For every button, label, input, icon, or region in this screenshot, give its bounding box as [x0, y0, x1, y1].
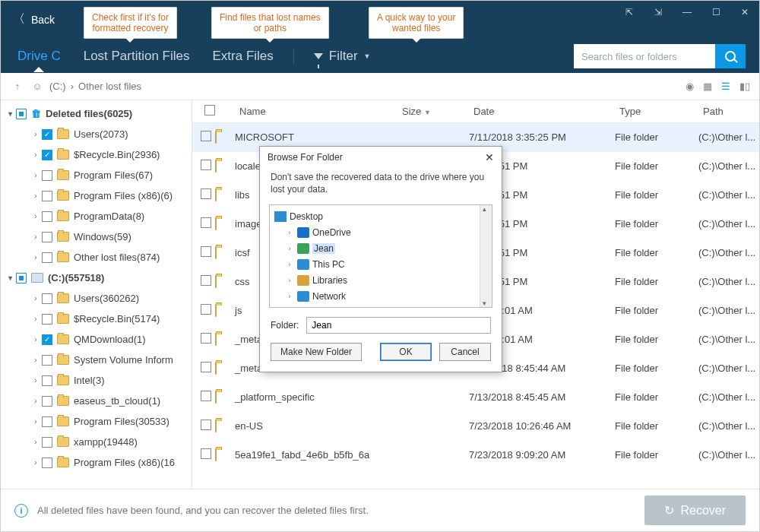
folder-input[interactable] — [306, 317, 491, 334]
checkbox[interactable] — [16, 109, 27, 119]
tree-item[interactable]: ›✓QMDownload(1) — [1, 329, 192, 350]
cell-path: (C:)\Other l... — [698, 420, 759, 432]
checkbox[interactable] — [201, 131, 211, 141]
checkbox[interactable] — [42, 458, 52, 468]
dialog-tree[interactable]: Desktop ›OneDrive›Jean›This PC›Libraries… — [269, 204, 492, 308]
col-date[interactable]: Date — [469, 106, 615, 117]
tree-item[interactable]: ›Other lost files(874) — [1, 247, 192, 268]
checkbox[interactable] — [16, 273, 27, 283]
checkbox[interactable] — [201, 160, 211, 170]
node-icon — [297, 259, 309, 270]
checkbox[interactable] — [201, 448, 211, 459]
checkbox[interactable] — [201, 217, 211, 228]
checkbox[interactable] — [201, 362, 211, 372]
tab-extra-files[interactable]: Extra Files — [210, 41, 277, 71]
breadcrumb-folder[interactable]: Other lost files — [78, 81, 141, 92]
folder-icon — [57, 129, 69, 139]
dialog-title: Browse For Folder — [268, 152, 343, 163]
tree-item[interactable]: ›✓$Recycle.Bin(2936) — [1, 144, 192, 165]
checkbox[interactable] — [42, 375, 52, 386]
checkbox-all[interactable] — [204, 105, 215, 116]
col-type[interactable]: Type — [615, 106, 698, 117]
table-row[interactable]: en-US7/23/2018 10:26:46 AMFile folder(C:… — [192, 412, 759, 441]
tree-item[interactable]: ›Program Files(67) — [1, 165, 192, 185]
tree-item[interactable]: ›OneDrive — [271, 224, 490, 240]
checkbox[interactable]: ✓ — [42, 334, 52, 345]
checkbox[interactable]: ✓ — [42, 129, 52, 140]
cancel-button[interactable]: Cancel — [439, 343, 491, 361]
checkbox[interactable] — [201, 246, 211, 257]
filter-button[interactable]: Filter ▼ — [311, 41, 374, 71]
up-icon[interactable]: ↑ — [10, 79, 25, 94]
checkbox[interactable] — [42, 170, 52, 181]
close-icon[interactable]: ✕ — [485, 151, 494, 163]
tree-item[interactable]: ›System Volume Inform — [1, 350, 192, 370]
tree-item-label: This PC — [312, 259, 345, 270]
tree-group-deleted[interactable]: ▾ 🗑 Deleted files(6025) — [1, 103, 192, 124]
checkbox[interactable] — [201, 333, 211, 344]
tree-item[interactable]: ›This PC — [271, 256, 490, 272]
tree-item[interactable]: ›Intel(3) — [1, 370, 192, 391]
checkbox[interactable] — [201, 275, 211, 286]
tree-item-label: Users(360262) — [74, 293, 139, 304]
minimize-icon[interactable]: — — [673, 1, 701, 24]
tree-item[interactable]: ›$Recycle.Bin(5174) — [1, 309, 192, 329]
col-path[interactable]: Path — [698, 106, 759, 117]
search-input[interactable] — [574, 44, 715, 68]
checkbox[interactable] — [201, 391, 211, 401]
tree-item[interactable]: ›✓Users(2073) — [1, 124, 192, 144]
list-view-icon[interactable]: ☰ — [721, 81, 730, 92]
close-icon[interactable]: ✕ — [730, 1, 759, 24]
checkbox[interactable] — [201, 188, 211, 199]
tab-drive-c[interactable]: Drive C — [14, 41, 64, 71]
tree-item[interactable]: ›Users(360262) — [1, 288, 192, 309]
folder-icon — [57, 334, 69, 344]
checkbox[interactable] — [42, 355, 52, 366]
tree-item-desktop[interactable]: Desktop — [271, 208, 490, 224]
checkbox[interactable] — [201, 304, 211, 315]
browse-folder-dialog: Browse For Folder ✕ Don't save the recov… — [259, 146, 502, 372]
tree-item[interactable]: ›Network — [271, 288, 490, 304]
table-row[interactable]: _platform_specific7/13/2018 8:45:45 AMFi… — [192, 383, 759, 412]
checkbox[interactable] — [201, 420, 211, 430]
col-name[interactable]: Name — [235, 106, 397, 117]
ok-button[interactable]: OK — [380, 343, 432, 361]
back-button[interactable]: 〈 Back — [1, 1, 67, 38]
grid-view-icon[interactable]: ▦ — [703, 81, 712, 92]
tree-item[interactable]: ›xampp(19448) — [1, 432, 192, 452]
checkbox[interactable] — [42, 211, 52, 222]
col-size[interactable]: Size ▼ — [397, 106, 469, 117]
search-button[interactable] — [715, 44, 746, 68]
tree-item[interactable]: ›Libraries — [271, 272, 490, 288]
tree-item[interactable]: ›easeus_tb_cloud(1) — [1, 391, 192, 411]
checkbox[interactable] — [42, 293, 52, 304]
checkbox[interactable] — [42, 191, 52, 201]
tree-item[interactable]: ›ProgramData(8) — [1, 206, 192, 226]
eye-icon[interactable]: ◉ — [686, 81, 694, 92]
tree-group-drive[interactable]: ▾ (C:)(557518) — [1, 268, 192, 288]
table-row[interactable]: 5ea19fe1_fabd_4e6b_b5fb_6a7/23/2018 9:09… — [192, 441, 759, 470]
detail-view-icon[interactable]: ▮▯ — [739, 81, 750, 92]
make-new-folder-button[interactable]: Make New Folder — [271, 343, 362, 361]
checkbox[interactable] — [42, 314, 52, 325]
user-icon[interactable]: ☺ — [30, 79, 45, 94]
checkbox[interactable] — [42, 232, 52, 242]
checkbox[interactable] — [42, 396, 52, 407]
import-icon[interactable]: ⇱ — [615, 1, 644, 24]
tab-lost-partition[interactable]: Lost Partition Files — [81, 41, 193, 71]
tree-item[interactable]: ›Program Files(30533) — [1, 411, 192, 432]
export-icon[interactable]: ⇲ — [644, 1, 673, 24]
checkbox[interactable] — [42, 252, 52, 263]
tree-item[interactable]: ›Program Files (x86)(6) — [1, 185, 192, 206]
folder-icon — [57, 396, 69, 406]
breadcrumb-drive[interactable]: (C:) — [49, 81, 66, 92]
tree-item[interactable]: ›Program Files (x86)(16 — [1, 452, 192, 473]
tree-item[interactable]: ›Jean — [271, 240, 490, 256]
checkbox[interactable] — [42, 437, 52, 448]
tree-item[interactable]: ›Windows(59) — [1, 226, 192, 247]
checkbox[interactable]: ✓ — [42, 150, 52, 160]
maximize-icon[interactable]: ☐ — [701, 1, 730, 24]
checkbox[interactable] — [42, 416, 52, 427]
scrollbar[interactable] — [480, 205, 492, 307]
recover-button[interactable]: ↻ Recover — [644, 496, 746, 525]
